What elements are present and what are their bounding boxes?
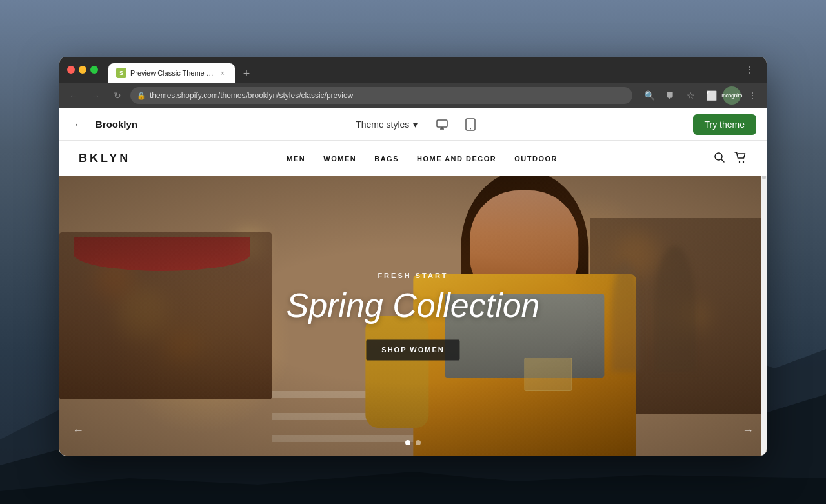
browser-menu-button[interactable]: ⋮ xyxy=(741,61,759,79)
carousel-dot-2[interactable] xyxy=(416,440,421,445)
hero-eyebrow: FRESH START xyxy=(286,272,539,279)
svg-point-10 xyxy=(739,161,740,162)
profile-button[interactable]: Incognito xyxy=(723,86,741,105)
reload-button[interactable]: ↻ xyxy=(108,86,126,105)
tab-favicon: S xyxy=(116,68,126,78)
theme-styles-chevron-icon: ▾ xyxy=(413,119,418,130)
carousel-dot-1[interactable] xyxy=(405,440,410,445)
desktop-view-button[interactable] xyxy=(432,114,452,135)
preview-center-controls: Theme styles ▾ xyxy=(145,114,685,135)
nav-link-outdoor[interactable]: OUTDOOR xyxy=(514,155,558,163)
carousel-controls: ← → xyxy=(59,440,767,445)
svg-rect-3 xyxy=(437,120,447,127)
tablet-view-button[interactable]: ⬜ xyxy=(702,86,720,105)
shield-icon-button[interactable]: ⛊ xyxy=(661,86,679,105)
hero-text-block: FRESH START Spring Collection SHOP WOMEN xyxy=(286,272,539,360)
active-tab[interactable]: S Preview Classic Theme - Broo × xyxy=(108,63,235,83)
nav-link-men[interactable]: MEN xyxy=(287,155,305,163)
nav-link-women[interactable]: WOMEN xyxy=(323,155,356,163)
svg-point-11 xyxy=(743,161,744,162)
tab-title: Preview Classic Theme - Broo xyxy=(130,69,214,77)
tabs-bar: S Preview Classic Theme - Broo × + xyxy=(108,57,736,83)
back-button[interactable]: ← xyxy=(65,86,83,105)
svg-line-9 xyxy=(721,159,725,162)
store-preview-area: BKLYN MEN WOMEN BAGS HOME AND DECOR OUTD… xyxy=(59,141,767,456)
address-bar[interactable]: 🔒 themes.shopify.com/themes/brooklyn/sty… xyxy=(130,87,632,104)
store-navbar: BKLYN MEN WOMEN BAGS HOME AND DECOR OUTD… xyxy=(59,141,767,176)
preview-back-button[interactable]: ← xyxy=(70,116,88,134)
carousel-prev-button[interactable]: ← xyxy=(72,424,84,438)
url-text: themes.shopify.com/themes/brooklyn/style… xyxy=(150,91,626,100)
store-nav-links: MEN WOMEN BAGS HOME AND DECOR OUTDOOR xyxy=(130,155,714,163)
theme-styles-button[interactable]: Theme styles ▾ xyxy=(349,116,424,134)
store-preview: BKLYN MEN WOMEN BAGS HOME AND DECOR OUTD… xyxy=(59,141,767,456)
store-cart-icon[interactable] xyxy=(734,152,747,166)
forward-button[interactable]: → xyxy=(86,86,105,105)
close-traffic-light[interactable] xyxy=(67,66,75,74)
shopify-preview-header: ← Brooklyn Theme styles ▾ Try t xyxy=(59,108,767,141)
nav-link-home-decor[interactable]: HOME AND DECOR xyxy=(417,155,496,163)
browser-titlebar: S Preview Classic Theme - Broo × + ⋮ xyxy=(59,57,767,83)
minimize-traffic-light[interactable] xyxy=(79,66,86,74)
theme-styles-label: Theme styles xyxy=(356,119,409,130)
theme-name-label: Brooklyn xyxy=(96,119,137,130)
tab-close-button[interactable]: × xyxy=(218,68,227,77)
svg-point-7 xyxy=(470,128,471,129)
toolbar-icons: 🔍 ⛊ ☆ ⬜ Incognito ⋮ xyxy=(640,86,761,105)
hero-cta-button[interactable]: SHOP WOMEN xyxy=(366,339,459,360)
browser-window: S Preview Classic Theme - Broo × + ⋮ ← →… xyxy=(59,57,767,456)
traffic-lights xyxy=(67,66,98,74)
hero-section: FRESH START Spring Collection SHOP WOMEN… xyxy=(59,176,767,456)
desktop-icon xyxy=(436,118,448,131)
mobile-icon xyxy=(465,118,476,131)
browser-scrollbar[interactable] xyxy=(761,141,767,456)
nav-link-bags[interactable]: BAGS xyxy=(374,155,399,163)
star-icon-button[interactable]: ☆ xyxy=(681,86,700,105)
browser-toolbar: ← → ↻ 🔒 themes.shopify.com/themes/brookl… xyxy=(59,83,767,108)
store-search-icon[interactable] xyxy=(714,152,725,166)
hero-heading: Spring Collection xyxy=(286,287,539,324)
maximize-traffic-light[interactable] xyxy=(90,66,98,74)
profile-label: Incognito xyxy=(721,92,742,99)
try-theme-button[interactable]: Try theme xyxy=(693,114,757,135)
browser-more-button[interactable]: ⋮ xyxy=(743,86,761,105)
carousel-next-button[interactable]: → xyxy=(742,424,754,438)
store-nav-icons xyxy=(714,152,747,166)
mobile-view-button[interactable] xyxy=(460,114,481,135)
search-icon-button[interactable]: 🔍 xyxy=(640,86,658,105)
store-logo: BKLYN xyxy=(79,152,130,165)
lock-icon: 🔒 xyxy=(137,92,146,100)
new-tab-button[interactable]: + xyxy=(237,65,256,83)
